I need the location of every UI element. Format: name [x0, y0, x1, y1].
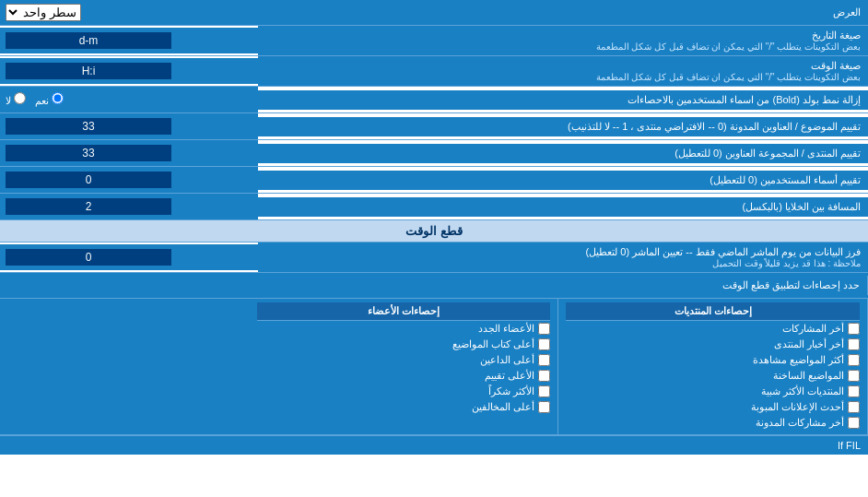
cb-top-sharers: أعلى كتاب المواضيع [257, 337, 551, 352]
bold-remove-input-container: نعم لا [0, 87, 258, 112]
time-format-label: صيغة الوقت بعض التكوينات يتطلب "/" التي … [258, 56, 868, 86]
date-format-sublabel: بعض التكوينات يتطلب "/" التي يمكن ان تضا… [265, 41, 861, 52]
cb-last-topics-checkbox[interactable] [848, 370, 860, 382]
cb-last-ads-checkbox[interactable] [848, 401, 860, 413]
footer: If FIL [0, 435, 868, 455]
cb-similar-forums-label: المنتديات الأكثر شبية [761, 385, 844, 397]
cb-last-pinned: أخر مشاركات المدونة [566, 415, 860, 431]
date-format-row: صيغة التاريخ بعض التكوينات يتطلب "/" الت… [0, 26, 868, 56]
cutoff-label: فرز البيانات من يوم الماشر الماضي فقط --… [258, 243, 868, 272]
page-container: العرض سطر واحد سطران ثلاثة أسطر صيغة الت… [0, 0, 868, 455]
cb-similar-forums: المنتديات الأكثر شبية [566, 384, 860, 399]
users-order-input-container [0, 167, 258, 193]
cb-last-pinned-checkbox[interactable] [848, 417, 860, 429]
topics-order-label: تقييم الموضوع / العناوين المدونة (0 -- ا… [258, 117, 868, 136]
forum-order-row: تقييم المنتدى / المجموعة العناوين (0 للت… [0, 140, 868, 167]
stats-header-row: حدد إحصاءات لتطبيق قطع الوقت [0, 273, 868, 299]
time-format-input[interactable] [6, 63, 171, 79]
bold-remove-row: إزالة نمط بولد (Bold) من اسماء المستخدمي… [0, 87, 868, 113]
display-label: العرض [258, 3, 868, 22]
checkboxes-col3 [0, 299, 250, 434]
cb-last-news-checkbox[interactable] [848, 338, 860, 350]
footer-text: If FIL [838, 440, 861, 451]
date-format-input[interactable] [6, 32, 171, 49]
bold-remove-label: إزالة نمط بولد (Bold) من اسماء المستخدمي… [258, 90, 868, 110]
time-format-title: صيغة الوقت [265, 60, 861, 72]
cb-top-posters2-checkbox[interactable] [538, 354, 550, 366]
cb-top-mods-label: أعلى المخالفين [472, 401, 534, 413]
cb-most-viewed-label: أكثر المواضيع مشاهدة [753, 354, 844, 366]
display-input-container: سطر واحد سطران ثلاثة أسطر [0, 1, 258, 24]
col2-header: إحصاءات الأعضاء [257, 302, 551, 321]
cb-last-topics: المواضيع الساخنة [566, 368, 860, 384]
cb-last-ads-label: أحدث الإعلانات المبوبة [751, 401, 844, 413]
cb-similar-forums-checkbox[interactable] [848, 385, 860, 397]
forum-order-label: تقييم المنتدى / المجموعة العناوين (0 للت… [258, 144, 868, 163]
time-format-sublabel: بعض التكوينات يتطلب "/" التي يمكن ان تضا… [265, 72, 861, 82]
cutoff-input-container [0, 244, 258, 270]
cb-top-sharers-checkbox[interactable] [538, 338, 550, 350]
cb-most-thanks-label: الأكثر شكراً [488, 385, 534, 397]
date-format-input-container [0, 28, 258, 53]
users-order-label: تقييم أسماء المستخدمين (0 للتعطيل) [258, 171, 868, 190]
topics-order-row: تقييم الموضوع / العناوين المدونة (0 -- ا… [0, 113, 868, 140]
cb-last-news-label: أخر أخبار المنتدى [774, 338, 844, 350]
users-order-row: تقييم أسماء المستخدمين (0 للتعطيل) [0, 167, 868, 194]
stats-header-label: حدد إحصاءات لتطبيق قطع الوقت [638, 276, 868, 295]
cb-last-posts-checkbox[interactable] [848, 323, 860, 335]
topics-order-input[interactable] [6, 118, 171, 135]
cb-top-mods: أعلى المخالفين [257, 399, 551, 415]
cb-most-thanks-checkbox[interactable] [538, 385, 550, 397]
cb-top-sharers-label: أعلى كتاب المواضيع [452, 338, 534, 350]
users-order-input[interactable] [6, 172, 171, 188]
cutoff-section-header: قطع الوقت [0, 220, 868, 243]
cb-last-posts-label: أخر المشاركات [782, 323, 844, 335]
col1-header: إحصاءات المنتديات [566, 302, 860, 321]
bold-remove-yes-label: نعم [35, 92, 64, 107]
cb-last-posts: أخر المشاركات [566, 321, 860, 337]
cb-most-thanks: الأكثر شكراً [257, 384, 551, 399]
cb-last-pinned-label: أخر مشاركات المدونة [756, 417, 844, 429]
cb-top-posters2-label: أعلى الداعين [480, 354, 534, 366]
checkboxes-col2: إحصاءات الأعضاء الأعضاء الجدد أعلى كتاب … [250, 299, 559, 434]
cb-top-raters-label: الأعلى تقييم [485, 370, 534, 382]
cutoff-sublabel: فرز البيانات من يوم الماشر الماضي فقط --… [265, 246, 861, 258]
time-format-row: صيغة الوقت بعض التكوينات يتطلب "/" التي … [0, 56, 868, 87]
space-entries-input-container [0, 194, 258, 219]
cb-new-members-label: الأعضاء الجدد [478, 323, 534, 335]
cb-top-mods-checkbox[interactable] [538, 401, 550, 413]
cutoff-note: ملاحظة : هذا قد يزيد قليلاً وقت التحميل [265, 258, 861, 268]
bold-remove-no-label: لا [6, 92, 26, 107]
cutoff-input[interactable] [6, 249, 171, 266]
topics-order-input-container [0, 113, 258, 139]
forum-order-input-container [0, 140, 258, 166]
cb-new-members: الأعضاء الجدد [257, 321, 551, 337]
cb-last-ads: أحدث الإعلانات المبوبة [566, 399, 860, 415]
cb-top-raters-checkbox[interactable] [538, 370, 550, 382]
time-format-input-container [0, 58, 258, 84]
cb-last-topics-label: المواضيع الساخنة [773, 370, 844, 382]
space-entries-row: المسافة بين الخلايا (بالبكسل) [0, 194, 868, 220]
forum-order-input[interactable] [6, 145, 171, 161]
cb-last-news: أخر أخبار المنتدى [566, 337, 860, 352]
cb-top-posters2: أعلى الداعين [257, 352, 551, 368]
checkboxes-section: إحصاءات المنتديات أخر المشاركات أخر أخبا… [0, 299, 868, 435]
bold-remove-yes-radio[interactable] [52, 92, 64, 104]
date-format-title: صيغة التاريخ [265, 30, 861, 41]
cb-new-members-checkbox[interactable] [538, 323, 550, 335]
display-select[interactable]: سطر واحد سطران ثلاثة أسطر [6, 4, 81, 21]
display-row: العرض سطر واحد سطران ثلاثة أسطر [0, 0, 868, 26]
space-entries-input[interactable] [6, 198, 171, 215]
date-format-label: صيغة التاريخ بعض التكوينات يتطلب "/" الت… [258, 26, 868, 55]
cutoff-row: فرز البيانات من يوم الماشر الماضي فقط --… [0, 243, 868, 273]
cb-top-raters: الأعلى تقييم [257, 368, 551, 384]
space-entries-label: المسافة بين الخلايا (بالبكسل) [258, 197, 868, 217]
bold-remove-radio-group: نعم لا [6, 92, 64, 107]
cb-most-viewed: أكثر المواضيع مشاهدة [566, 352, 860, 368]
checkboxes-col1: إحصاءات المنتديات أخر المشاركات أخر أخبا… [558, 299, 868, 434]
cb-most-viewed-checkbox[interactable] [848, 354, 860, 366]
bold-remove-no-radio[interactable] [14, 92, 26, 104]
